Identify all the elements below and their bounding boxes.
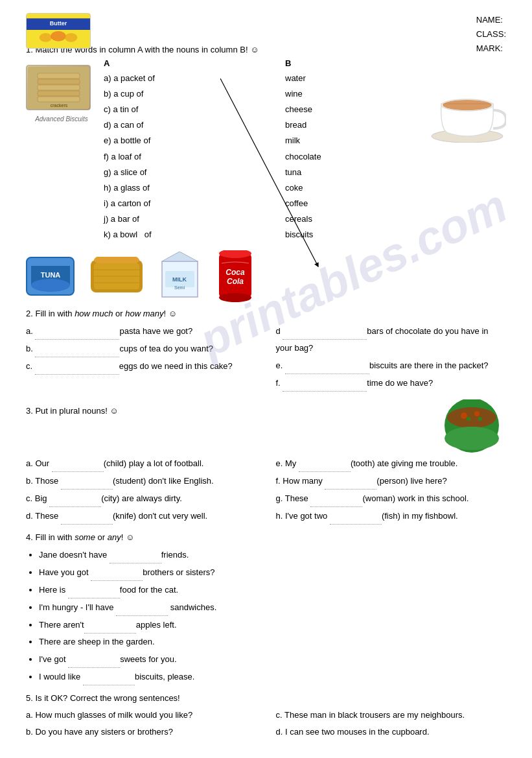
col-a: A a) a packet of b) a cup of c) a tin of… [104, 58, 246, 243]
svg-rect-15 [38, 97, 80, 102]
col-a-item-7: g) a slice of [104, 165, 246, 180]
section2-content: a. pasta have we got? b. cups of tea do … [26, 322, 506, 392]
s4-7-blank [68, 650, 120, 668]
s2-e-blank [285, 357, 369, 374]
svg-rect-14 [38, 91, 80, 96]
soup-image [441, 399, 506, 451]
tea-cup-image [428, 78, 506, 145]
svg-point-5 [51, 31, 66, 41]
svg-text:crackers: crackers [50, 103, 67, 108]
logo-area: Butterkeks [26, 13, 91, 49]
tuna-can-image: TUNA [26, 257, 75, 296]
svg-rect-11 [38, 73, 80, 78]
s3-e: e. My (tooth) ate giving me trouble. [276, 455, 507, 472]
section5: 5. Is it OK? Correct the wrong sentences… [26, 693, 506, 740]
svg-rect-1 [27, 18, 90, 30]
s3-e-blank [299, 455, 351, 472]
section1-instruction: 1. Match the words in column A with the … [26, 45, 506, 54]
col-a-item-3: c) a tin of [104, 102, 246, 117]
s4-3: Here is food for the cat. [39, 581, 506, 598]
section3: 3. Put in plural nouns! ☺ a. Our (child)… [26, 399, 506, 525]
s3-f: f. How many (person) live here? [276, 472, 507, 490]
s5-b: b. Do you have any sisters or brothers? [26, 724, 257, 740]
s3-h-blank [330, 507, 382, 525]
col-b-item-7: tuna [285, 165, 402, 180]
s3-d: d. These (knife) don't cut very well. [26, 507, 257, 525]
col-a-item-4: d) a can of [104, 117, 246, 133]
s3-a: a. Our (child) play a lot of football. [26, 455, 257, 472]
s4-1: Jane doesn't have friends. [39, 546, 506, 563]
col-b-item-4: bread [285, 117, 402, 133]
svg-point-35 [219, 293, 251, 302]
s3-d-blank [61, 507, 113, 525]
s2-b: b. cups of tea do you want? [26, 340, 257, 357]
col-a-item-2: b) a cup of [104, 86, 246, 102]
s2-f: f. time do we have? [276, 374, 507, 392]
svg-point-4 [40, 33, 52, 42]
section4-instruction: 4. Fill in with some or any! ☺ [26, 532, 506, 542]
col-b-header: B [285, 58, 402, 68]
col-b-item-2: wine [285, 86, 402, 102]
s5-a: a. How much glasses of milk would you li… [26, 707, 257, 724]
col-b-item-3: cheese [285, 102, 402, 117]
col-a-item-6: f) a loaf of [104, 149, 246, 165]
section3-right: e. My (tooth) ate giving me trouble. f. … [276, 455, 507, 525]
col-b-item-6: chocolate [285, 149, 402, 165]
name-class-mark: NAME: CLASS: MARK: [476, 13, 506, 56]
svg-point-8 [443, 100, 492, 110]
col-b-item-10: cereals [285, 211, 402, 227]
milk-carton-image: MILK Semi [159, 252, 201, 300]
mark-label: MARK: [476, 41, 506, 56]
section3-instruction: 3. Put in plural nouns! ☺ [26, 406, 432, 416]
section5-left: a. How much glasses of milk would you li… [26, 707, 257, 740]
s5-c: c. These man in black trousers are my ne… [276, 707, 507, 724]
s2-d-blank [283, 322, 367, 340]
svg-text:Butterkeks: Butterkeks [43, 21, 73, 28]
section5-instruction: 5. Is it OK? Correct the wrong sentences… [26, 693, 506, 703]
s3-f-blank [325, 472, 376, 490]
svg-point-20 [31, 279, 70, 292]
svg-marker-29 [162, 252, 198, 261]
s4-2: Have you got brothers or sisters? [39, 563, 506, 581]
col-b-item-11: biscuits [285, 227, 402, 243]
logo-image: Butterkeks [26, 13, 91, 49]
col-a-header: A [104, 58, 246, 68]
s4-5: There aren't apples left. [39, 616, 506, 634]
col-a-item-1: a) a packet of [104, 71, 246, 86]
s2-f-blank [283, 374, 367, 392]
svg-point-43 [478, 417, 482, 421]
image-caption-left: Advanced Biscuits [26, 115, 97, 123]
col-a-item-10: j) a bar of [104, 211, 246, 227]
section2-left: a. pasta have we got? b. cups of tea do … [26, 322, 257, 392]
svg-point-42 [467, 417, 470, 421]
s2-e: e. biscuits are there in the packet? [276, 357, 507, 374]
s4-6: There are sheep in the garden. [39, 634, 506, 650]
svg-text:Coca: Coca [226, 268, 245, 277]
col-b-item-9: coffee [285, 196, 402, 211]
crackers-image: crackers [26, 65, 91, 110]
col-a-item-11: k) a bowl of [104, 227, 246, 243]
col-b-item-8: coke [285, 180, 402, 196]
col-b-item-5: milk [285, 133, 402, 148]
section2-right: d bars of chocolate do you have in your … [276, 322, 507, 392]
section4-list: Jane doesn't have friends. Have you got … [26, 546, 506, 685]
s3-a-blank [52, 455, 104, 472]
svg-point-44 [445, 427, 499, 450]
s3-b: b. Those (student) don't like English. [26, 472, 257, 490]
svg-rect-13 [38, 85, 80, 90]
s3-c: c. Big (city) are always dirty. [26, 490, 257, 507]
s4-2-blank [91, 563, 143, 581]
name-label: NAME: [476, 13, 506, 27]
s4-7: I've got sweets for you. [39, 650, 506, 668]
s2-c-blank [35, 357, 119, 375]
section5-right: c. These man in black trousers are my ne… [276, 707, 507, 740]
s3-h: h. I've got two (fish) in my fishbowl. [276, 507, 507, 525]
svg-text:TUNA: TUNA [40, 271, 60, 279]
svg-point-41 [474, 411, 480, 416]
s4-8: I would like biscuits, please. [39, 668, 506, 685]
section3-left: a. Our (child) play a lot of football. b… [26, 455, 257, 525]
section5-content: a. How much glasses of milk would you li… [26, 707, 506, 740]
svg-point-40 [461, 412, 467, 419]
class-label: CLASS: [476, 27, 506, 41]
s2-a: a. pasta have we got? [26, 322, 257, 340]
